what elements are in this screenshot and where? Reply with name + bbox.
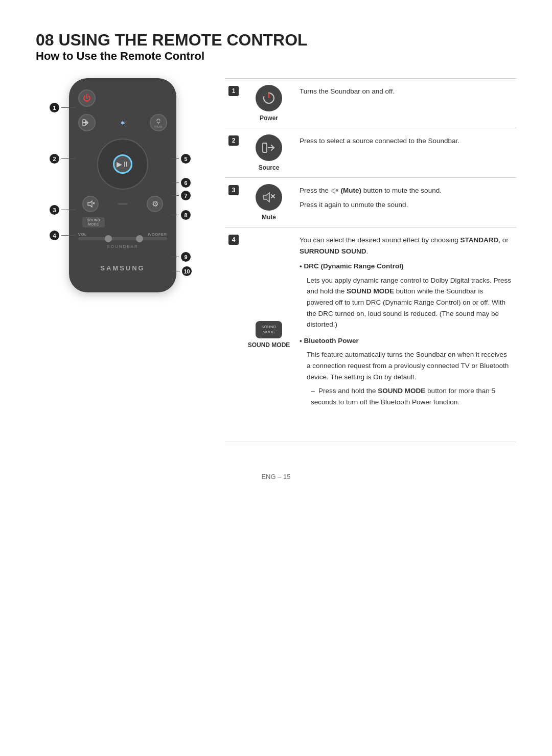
pair-button-remote: PAIR bbox=[150, 114, 167, 131]
row-icon-mute: Mute bbox=[243, 178, 294, 227]
pair-label: PAIR bbox=[154, 125, 163, 128]
page-footer: ENG – 15 bbox=[36, 473, 516, 480]
mute-icon-label: Mute bbox=[262, 214, 276, 221]
annotation-1: 1 bbox=[50, 103, 59, 112]
table-row: 3 Mute Press the (Mute) button to mute t… bbox=[225, 178, 516, 227]
vol-slider bbox=[78, 237, 167, 240]
table-row: 4 SOUND MODE SOUND MODE You can select t… bbox=[225, 227, 516, 442]
mute-icon bbox=[256, 184, 282, 211]
row-desc-source: Press to select a source connected to th… bbox=[294, 128, 516, 177]
row-desc-soundmode: You can select the desired sound effect … bbox=[294, 227, 516, 442]
samsung-brand: SAMSUNG bbox=[78, 264, 167, 272]
row-icon-power: Power bbox=[243, 79, 294, 128]
remote-body: ⏻ ✱ bbox=[69, 78, 176, 292]
row-desc-mute: Press the (Mute) button to mute the soun… bbox=[294, 178, 516, 227]
page-title: 08 USING THE REMOTE CONTROL bbox=[36, 31, 516, 50]
row-num-2: 2 bbox=[225, 128, 243, 177]
annotation-10: 10 bbox=[182, 266, 192, 276]
svg-point-2 bbox=[159, 122, 160, 123]
annotation-6: 6 bbox=[181, 178, 191, 188]
svg-point-1 bbox=[157, 122, 158, 123]
section-title: How to Use the Remote Control bbox=[36, 50, 516, 63]
description-table: 1 Power Turns the Soundbar on and off. 2 bbox=[225, 78, 516, 442]
soundmode-button-remote: SOUND MODE bbox=[82, 217, 105, 227]
annotation-3: 3 bbox=[50, 205, 59, 215]
annotation-9: 9 bbox=[181, 252, 191, 262]
settings-button-remote: ⚙ bbox=[147, 196, 163, 212]
remote-illustration: 1 2 3 4 5 bbox=[36, 78, 210, 292]
row-desc-power: Turns the Soundbar on and off. bbox=[294, 79, 516, 128]
dpad-center: ▶⏸ bbox=[113, 154, 132, 174]
annotation-2: 2 bbox=[50, 154, 59, 164]
row-num-4: 4 bbox=[225, 227, 243, 442]
table-row: 1 Power Turns the Soundbar on and off. bbox=[225, 79, 516, 128]
mute-button-remote bbox=[82, 196, 99, 212]
source-button-remote bbox=[78, 114, 96, 131]
row-num-3: 3 bbox=[225, 178, 243, 227]
annotation-5: 5 bbox=[181, 154, 191, 164]
soundmode-icon-label: SOUND MODE bbox=[248, 341, 290, 349]
soundbar-label: SOUNDBAR bbox=[78, 244, 167, 249]
row-icon-soundmode: SOUND MODE SOUND MODE bbox=[243, 227, 294, 442]
row-icon-source: Source bbox=[243, 128, 294, 177]
annotation-7: 7 bbox=[181, 191, 191, 200]
vol-label: VOL bbox=[78, 233, 87, 236]
source-icon bbox=[256, 134, 282, 161]
svg-rect-7 bbox=[263, 143, 267, 152]
woofer-label: WOOFER bbox=[148, 233, 168, 236]
power-icon bbox=[256, 85, 282, 111]
row-num-1: 1 bbox=[225, 79, 243, 128]
table-row: 2 Source Press to select a source connec… bbox=[225, 128, 516, 178]
dpad: ▶⏸ bbox=[97, 139, 148, 190]
soundmode-icon: SOUND MODE bbox=[256, 321, 282, 338]
annotation-8: 8 bbox=[181, 210, 191, 220]
power-button-remote: ⏻ bbox=[78, 89, 96, 107]
annotation-4: 4 bbox=[50, 231, 59, 240]
source-icon-label: Source bbox=[259, 164, 280, 171]
power-icon-label: Power bbox=[260, 114, 278, 122]
